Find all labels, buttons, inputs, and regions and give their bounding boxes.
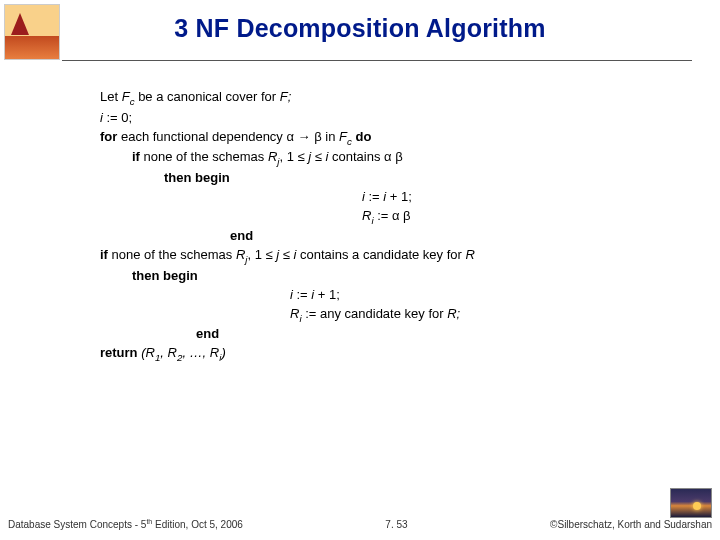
line-1: Let Fc be a canonical cover for F; — [100, 88, 680, 109]
line-5: then begin — [100, 169, 680, 188]
footer-left: Database System Concepts - 5th Edition, … — [8, 518, 243, 530]
footer-page-number: 7. 53 — [385, 519, 407, 530]
slide-title: 3 NF Decomposition Algorithm — [0, 14, 720, 43]
title-divider — [62, 60, 692, 61]
line-11: i := i + 1; — [100, 286, 680, 305]
line-12: Ri := any candidate key for R; — [100, 305, 680, 326]
line-8: end — [100, 227, 680, 246]
line-13: end — [100, 325, 680, 344]
line-2: i := 0; — [100, 109, 680, 128]
line-3: for each functional dependency α → β in … — [100, 128, 680, 149]
line-7: Ri := α β — [100, 207, 680, 228]
line-10: then begin — [100, 267, 680, 286]
sunset-logo — [670, 488, 712, 518]
line-14: return (R1, R2, …, Ri) — [100, 344, 680, 365]
footer-copyright: ©Silberschatz, Korth and Sudarshan — [550, 519, 712, 530]
line-4: if none of the schemas Rj, 1 ≤ j ≤ i con… — [100, 148, 680, 169]
algorithm-body: Let Fc be a canonical cover for F; i := … — [100, 88, 680, 365]
footer: Database System Concepts - 5th Edition, … — [8, 518, 712, 530]
line-9: if none of the schemas Rj, 1 ≤ j ≤ i con… — [100, 246, 680, 267]
line-6: i := i + 1; — [100, 188, 680, 207]
sun-icon — [693, 502, 701, 510]
